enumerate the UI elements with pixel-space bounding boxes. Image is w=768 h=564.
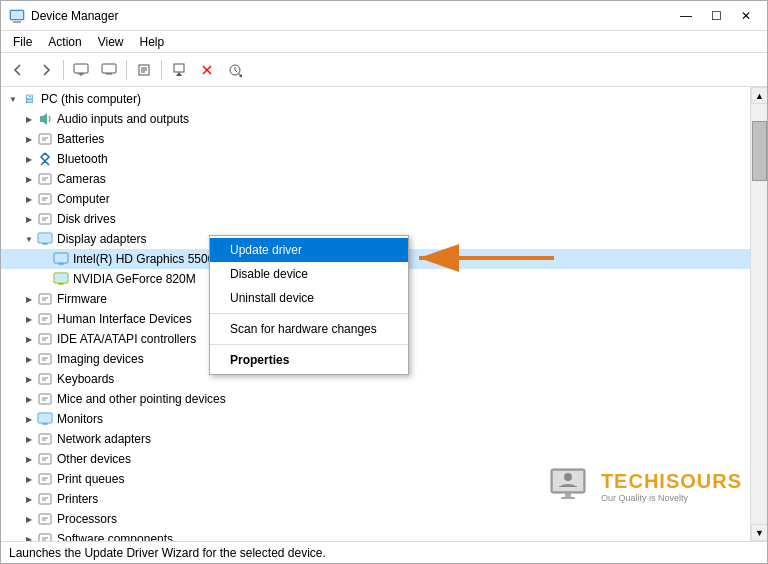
status-text: Launches the Update Driver Wizard for th… (9, 546, 326, 560)
svg-rect-27 (39, 214, 51, 224)
ctx-separator (210, 313, 408, 314)
scrollbar[interactable]: ▲ ▼ (750, 87, 767, 541)
scroll-down[interactable]: ▼ (751, 524, 767, 541)
svg-rect-31 (39, 234, 51, 242)
chevron-imaging: ▶ (21, 351, 37, 367)
tree-item-cameras[interactable]: ▶Cameras (1, 169, 750, 189)
root-chevron: ▼ (5, 91, 21, 107)
svg-rect-48 (39, 334, 51, 344)
minimize-button[interactable]: — (673, 5, 699, 27)
chevron-cameras: ▶ (21, 171, 37, 187)
ctx-separator (210, 344, 408, 345)
window-title: Device Manager (31, 9, 118, 23)
toolbar-back[interactable] (5, 57, 31, 83)
label-swcomp: Software components (57, 532, 173, 541)
menu-bar: File Action View Help (1, 31, 767, 53)
svg-rect-61 (39, 414, 51, 422)
icon-nvidia (53, 271, 69, 287)
label-network: Network adapters (57, 432, 151, 446)
svg-rect-35 (55, 254, 67, 262)
chevron-mice: ▶ (21, 391, 37, 407)
ctx-item-scan[interactable]: Scan for hardware changes (210, 317, 408, 341)
toolbar-show[interactable] (96, 57, 122, 83)
chevron-other: ▶ (21, 451, 37, 467)
title-bar-left: Device Manager (9, 8, 118, 24)
tree-root[interactable]: ▼ 🖥 PC (this computer) (1, 89, 750, 109)
ctx-item-uninstall[interactable]: Uninstall device (210, 286, 408, 310)
svg-rect-39 (55, 274, 67, 282)
icon-display (37, 231, 53, 247)
svg-rect-42 (39, 294, 51, 304)
tree-item-computer[interactable]: ▶Computer (1, 189, 750, 209)
ctx-item-props[interactable]: Properties (210, 348, 408, 372)
chevron-printq: ▶ (21, 471, 37, 487)
watermark-brand: TECHISOURS (601, 470, 742, 493)
svg-rect-73 (39, 494, 51, 504)
close-button[interactable]: ✕ (733, 5, 759, 27)
chevron-audio: ▶ (21, 111, 37, 127)
toolbar-edit[interactable] (131, 57, 157, 83)
menu-action[interactable]: Action (40, 33, 89, 51)
scroll-up[interactable]: ▲ (751, 87, 767, 104)
icon-keyboards (37, 371, 53, 387)
label-intel: Intel(R) HD Graphics 5500 (73, 252, 214, 266)
toolbar-uninstall[interactable] (194, 57, 220, 83)
watermark: TECHISOURS Our Quality is Novelty (543, 461, 742, 511)
label-printq: Print queues (57, 472, 124, 486)
icon-computer (37, 191, 53, 207)
svg-rect-3 (74, 64, 88, 73)
svg-rect-96 (565, 493, 571, 497)
toolbar (1, 53, 767, 87)
menu-view[interactable]: View (90, 33, 132, 51)
tree-item-batteries[interactable]: ▶Batteries (1, 129, 750, 149)
menu-help[interactable]: Help (132, 33, 173, 51)
tree-item-network[interactable]: ▶Network adapters (1, 429, 750, 449)
chevron-intel (37, 251, 53, 267)
svg-rect-21 (39, 174, 51, 184)
svg-rect-18 (39, 134, 51, 144)
chevron-display: ▼ (21, 231, 37, 247)
maximize-button[interactable]: ☐ (703, 5, 729, 27)
toolbar-forward[interactable] (33, 57, 59, 83)
label-bluetooth: Bluetooth (57, 152, 108, 166)
svg-rect-76 (39, 514, 51, 524)
watermark-icon (543, 461, 593, 511)
tree-item-bluetooth[interactable]: ▶Bluetooth (1, 149, 750, 169)
chevron-monitors: ▶ (21, 411, 37, 427)
label-display: Display adapters (57, 232, 146, 246)
icon-intel (53, 251, 69, 267)
tree-item-audio[interactable]: ▶Audio inputs and outputs (1, 109, 750, 129)
status-bar: Launches the Update Driver Wizard for th… (1, 541, 767, 563)
icon-mice (37, 391, 53, 407)
ctx-item-update[interactable]: Update driver (210, 238, 408, 262)
chevron-disk: ▶ (21, 211, 37, 227)
menu-file[interactable]: File (5, 33, 40, 51)
toolbar-computer[interactable] (68, 57, 94, 83)
ctx-item-disable[interactable]: Disable device (210, 262, 408, 286)
toolbar-scan[interactable] (222, 57, 248, 83)
tree-item-disk[interactable]: ▶Disk drives (1, 209, 750, 229)
tree-item-swcomp[interactable]: ▶Software components (1, 529, 750, 541)
watermark-tagline: Our Quality is Novelty (601, 493, 742, 503)
label-monitors: Monitors (57, 412, 103, 426)
svg-rect-54 (39, 374, 51, 384)
label-nvidia: NVIDIA GeForce 820M (73, 272, 196, 286)
chevron-batteries: ▶ (21, 131, 37, 147)
tree-item-processors[interactable]: ▶Processors (1, 509, 750, 529)
label-computer: Computer (57, 192, 110, 206)
tree-item-monitors[interactable]: ▶Monitors (1, 409, 750, 429)
watermark-text-block: TECHISOURS Our Quality is Novelty (601, 470, 742, 503)
svg-rect-57 (39, 394, 51, 404)
chevron-ide: ▶ (21, 331, 37, 347)
root-icon: 🖥 (21, 91, 37, 107)
icon-printq (37, 471, 53, 487)
svg-rect-64 (39, 434, 51, 444)
icon-printers (37, 491, 53, 507)
scroll-thumb[interactable] (752, 121, 767, 181)
tree-item-mice[interactable]: ▶Mice and other pointing devices (1, 389, 750, 409)
toolbar-sep3 (161, 60, 162, 80)
chevron-printers: ▶ (21, 491, 37, 507)
label-keyboards: Keyboards (57, 372, 114, 386)
label-audio: Audio inputs and outputs (57, 112, 189, 126)
toolbar-install[interactable] (166, 57, 192, 83)
